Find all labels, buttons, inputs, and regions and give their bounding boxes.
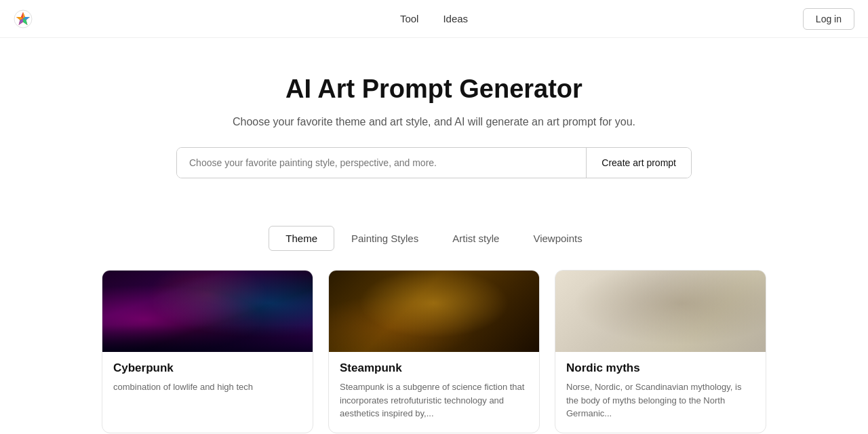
logo-icon <box>14 9 33 28</box>
tab-viewpoints[interactable]: Viewpoints <box>516 226 599 251</box>
logo[interactable] <box>14 9 33 28</box>
card-steampunk-desc: Steampunk is a subgenre of science ficti… <box>340 380 528 420</box>
card-nordic-myths[interactable]: Nordic myths Norse, Nordic, or Scandinav… <box>555 270 766 433</box>
hero-subtitle: Choose your favorite theme and art style… <box>14 116 854 128</box>
cards-grid: Cyberpunk combination of lowlife and hig… <box>88 270 780 434</box>
card-nordic-desc: Norse, Nordic, or Scandinavian mythology… <box>566 380 755 420</box>
card-nordic-image <box>555 271 766 352</box>
nav-tool-link[interactable]: Tool <box>400 13 419 24</box>
tab-painting-styles[interactable]: Painting Styles <box>334 226 435 251</box>
card-nordic-title: Nordic myths <box>566 361 755 375</box>
tab-artist-style[interactable]: Artist style <box>435 226 516 251</box>
card-steampunk-image <box>329 271 539 352</box>
hero-section: AI Art Prompt Generator Choose your favo… <box>0 38 868 226</box>
card-steampunk[interactable]: Steampunk Steampunk is a subgenre of sci… <box>328 270 540 433</box>
search-input[interactable] <box>177 148 586 178</box>
nav-links: Tool Ideas <box>400 13 468 24</box>
card-cyberpunk-title: Cyberpunk <box>113 361 302 375</box>
create-art-prompt-button[interactable]: Create art prompt <box>586 148 691 178</box>
card-cyberpunk-image <box>102 271 313 352</box>
search-bar: Create art prompt <box>176 147 692 178</box>
login-button[interactable]: Log in <box>803 8 854 30</box>
card-cyberpunk[interactable]: Cyberpunk combination of lowlife and hig… <box>102 270 313 433</box>
tab-theme[interactable]: Theme <box>269 226 334 251</box>
card-steampunk-title: Steampunk <box>340 361 528 375</box>
page-title: AI Art Prompt Generator <box>14 75 854 104</box>
nav-ideas-link[interactable]: Ideas <box>443 13 468 24</box>
navigation: Tool Ideas Log in <box>0 0 868 38</box>
card-cyberpunk-desc: combination of lowlife and high tech <box>113 380 302 394</box>
category-tabs: Theme Painting Styles Artist style Viewp… <box>176 226 692 251</box>
